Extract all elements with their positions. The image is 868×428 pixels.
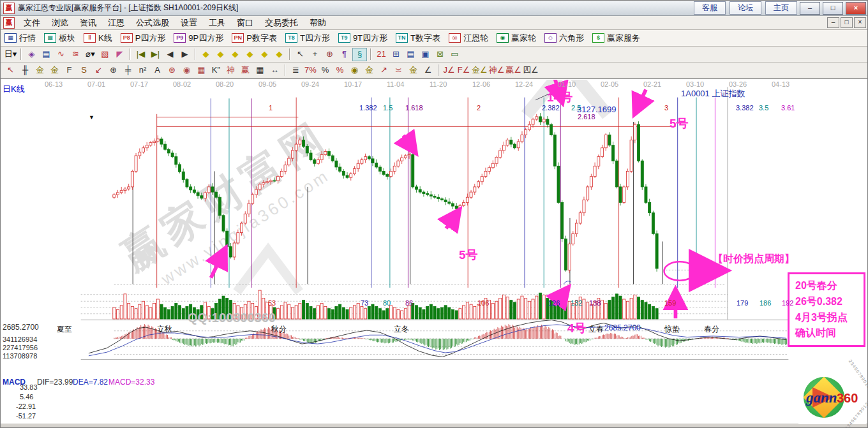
note-line: 20号春分 xyxy=(795,278,860,294)
annotation-5-right: 5号 xyxy=(670,115,689,132)
fib-label: 3.382 xyxy=(736,104,754,112)
fib-label: 3.61 xyxy=(781,104,795,112)
note-box: 20号春分26号0.3824月3号拐点确认时间 xyxy=(788,272,865,347)
cycle-title: 【时价拐点周期】 xyxy=(713,253,795,266)
period-label: 日K线 xyxy=(3,84,25,95)
fib-label: 1.5 xyxy=(383,104,393,112)
volume-axis-label: 227417956 xyxy=(3,344,38,351)
fib-label: 3 xyxy=(664,104,668,112)
symbol-label: 1A0001 上证指数 xyxy=(681,88,745,100)
count-label: 179 xyxy=(737,299,748,307)
fib-label: 2.382 xyxy=(542,104,560,112)
annotation-4: 4号 xyxy=(567,320,587,337)
count-label: 106 xyxy=(477,299,489,307)
solar-term-label: 秋分 xyxy=(271,324,287,335)
note-line: 26号0.382 xyxy=(795,294,860,310)
count-label: 73 xyxy=(361,299,368,307)
app-window: 赢 赢家江恩专业版[赢家服务平台] - [上证指数 SH1A0001-209日K… xyxy=(0,0,868,428)
macd-axis-label: -51.27 xyxy=(16,412,36,420)
count-label: 192 xyxy=(782,299,793,307)
macd-axis-label: 33.83 xyxy=(20,383,38,391)
macd-axis-label: -22.91 xyxy=(16,402,36,410)
fib-label: 2.5 xyxy=(571,104,581,112)
count-label: 86 xyxy=(405,299,413,307)
level-price-label: 2685.2700 xyxy=(604,323,641,332)
macd-axis-label: 5.46 xyxy=(20,393,33,401)
count-label: 126 xyxy=(548,299,560,307)
price-axis-label: 2685.2700 xyxy=(3,323,39,332)
top-marker-icon: ▼ xyxy=(89,114,94,121)
macd-dea-value: DEA=7.82 xyxy=(73,378,108,387)
solar-term-label: 惊蛰 xyxy=(664,324,680,335)
solar-term-label: 夏至 xyxy=(57,324,72,335)
solar-term-label: 春分 xyxy=(704,324,719,335)
fib-label: 1 xyxy=(269,104,273,112)
count-label: 138 xyxy=(589,299,601,307)
volume-axis-label: 341126934 xyxy=(3,336,37,343)
gann360-logo: 23456789012345 23456789012345 gann 360 xyxy=(798,374,866,424)
note-line: 4月3号拐点 xyxy=(795,310,860,326)
solar-term-label: 立冬 xyxy=(394,324,409,335)
count-label: 132 xyxy=(571,299,582,307)
count-label: 159 xyxy=(664,299,676,307)
logo-gann-text: gann xyxy=(806,390,837,406)
qq-watermark: QQ:100800360 xyxy=(188,311,276,325)
fib-label: 3.5 xyxy=(759,104,768,112)
logo-360-text: 360 xyxy=(837,391,858,406)
count-label: 186 xyxy=(760,299,771,307)
fib-label: 2 xyxy=(477,104,481,112)
macd-value: MACD=32.33 xyxy=(108,378,154,387)
solar-term-label: 立秋 xyxy=(157,324,172,335)
macd-dif-value: DIF=23.99 xyxy=(37,378,73,387)
chart-overlay: 日K线 1A0001 上证指数 ▼ 3127.1699 2685.2700 26… xyxy=(1,1,868,428)
fib-label: 1.382 xyxy=(359,104,377,112)
solar-term-label: 立春 xyxy=(588,324,604,335)
count-label: 80 xyxy=(383,299,391,307)
annotation-5-left: 5号 xyxy=(459,247,478,263)
count-label: 53 xyxy=(268,299,276,307)
volume-axis-label: 113708978 xyxy=(3,352,37,360)
fib-label: 1.618 xyxy=(405,104,423,112)
fib-label: 2.618 xyxy=(578,113,595,121)
note-line: 确认时间 xyxy=(795,325,860,341)
